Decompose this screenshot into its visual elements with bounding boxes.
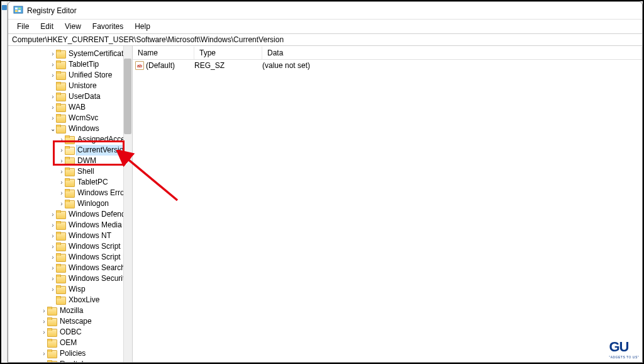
address-bar[interactable]: Computer\HKEY_CURRENT_USER\Software\Micr… <box>8 33 642 46</box>
chevron-right-icon[interactable]: › <box>50 241 56 252</box>
tree-item-label: Windows NT <box>67 230 113 241</box>
chevron-right-icon[interactable]: › <box>50 48 56 59</box>
chevron-right-icon[interactable]: › <box>50 91 56 102</box>
chevron-right-icon[interactable]: › <box>58 156 65 166</box>
tree-item-label: Realtek <box>58 359 87 362</box>
tree-item-realtek[interactable]: ›Realtek <box>8 359 132 362</box>
tree-item-label: DWM <box>76 156 97 166</box>
tree-item-windows[interactable]: ⌄Windows <box>8 123 132 134</box>
chevron-right-icon[interactable]: › <box>50 252 56 263</box>
chevron-right-icon[interactable]: › <box>50 113 56 123</box>
col-header-type[interactable]: Type <box>194 47 262 59</box>
tree-scroll-thumb[interactable] <box>124 59 131 134</box>
cell-type: REG_SZ <box>194 61 262 70</box>
menu-favorites[interactable]: Favorites <box>87 21 128 32</box>
chevron-right-icon[interactable]: › <box>41 359 47 362</box>
tree-item-currentversion[interactable]: ›CurrentVersion <box>8 145 132 156</box>
chevron-right-icon[interactable]: › <box>41 327 47 338</box>
chevron-right-icon[interactable]: › <box>50 230 56 241</box>
tree-item-windows-defend[interactable]: ›Windows Defend <box>8 209 132 220</box>
chevron-right-icon[interactable]: › <box>50 102 56 113</box>
menu-view[interactable]: View <box>60 21 86 32</box>
folder-icon <box>65 178 75 187</box>
tree-item-policies[interactable]: ›Policies <box>8 348 132 359</box>
tree-item-unified-store[interactable]: ›Unified Store <box>8 70 132 81</box>
chevron-right-icon[interactable]: › <box>58 177 65 188</box>
tree-item-windows-nt[interactable]: ›Windows NT <box>8 230 132 241</box>
chevron-right-icon[interactable]: › <box>50 70 56 81</box>
tree-item-tablettip[interactable]: ›TabletTip <box>8 59 132 70</box>
address-path: Computer\HKEY_CURRENT_USER\Software\Micr… <box>12 35 284 44</box>
tree-item-label: Winlogon <box>76 198 110 209</box>
folder-icon <box>56 60 66 69</box>
chevron-right-icon[interactable]: › <box>58 134 65 145</box>
tree-item-windows-security[interactable]: ›Windows Security <box>8 273 132 284</box>
chevron-right-icon[interactable]: › <box>41 348 47 359</box>
folder-icon <box>56 232 66 241</box>
menu-edit[interactable]: Edit <box>35 21 58 32</box>
tree-item-label: XboxLive <box>67 295 101 305</box>
titlebar[interactable]: Registry Editor <box>8 2 642 20</box>
chevron-right-icon[interactable]: › <box>41 305 47 316</box>
tree-item-label: UserData <box>67 91 102 102</box>
menu-help[interactable]: Help <box>130 21 155 32</box>
tree-item-dwm[interactable]: ›DWM <box>8 156 132 166</box>
tree-item-mozilla[interactable]: ›Mozilla <box>8 305 132 316</box>
tree-item-userdata[interactable]: ›UserData <box>8 91 132 102</box>
svg-rect-2 <box>15 8 18 9</box>
tree-item-wab[interactable]: ›WAB <box>8 102 132 113</box>
tree-item-label: Windows Search <box>67 263 126 273</box>
tree-scrollbar[interactable] <box>123 46 132 362</box>
chevron-right-icon[interactable]: › <box>50 59 56 70</box>
tree-item-label: TabletPC <box>76 177 109 188</box>
chevron-right-icon[interactable]: › <box>41 316 47 327</box>
list-row[interactable]: ab(Default)REG_SZ(value not set) <box>133 60 642 71</box>
tree-item-windows-script-h[interactable]: ›Windows Script H <box>8 252 132 263</box>
folder-icon <box>65 168 75 176</box>
tree-item-oem[interactable]: OEM <box>8 338 132 348</box>
tree-item-shell[interactable]: ›Shell <box>8 166 132 177</box>
chevron-right-icon[interactable]: › <box>50 209 56 220</box>
tree-item-label: CurrentVersion <box>76 145 129 156</box>
chevron-right-icon[interactable]: › <box>50 220 56 230</box>
tree-item-windows-media[interactable]: ›Windows Media <box>8 220 132 230</box>
watermark-brand: GU <box>609 339 628 355</box>
chevron-right-icon[interactable]: › <box>58 198 65 209</box>
folder-icon <box>56 103 66 112</box>
tree-item-label: Windows Script H <box>67 252 130 263</box>
list-pane[interactable]: Name Type Data ab(Default)REG_SZ(value n… <box>133 46 642 362</box>
menu-file[interactable]: File <box>12 21 34 32</box>
folder-icon <box>56 264 66 273</box>
folder-icon <box>47 328 57 337</box>
tree-item-wisp[interactable]: ›Wisp <box>8 284 132 295</box>
tree-item-unistore[interactable]: Unistore <box>8 81 132 91</box>
tree-item-wcmsvc[interactable]: ›WcmSvc <box>8 113 132 123</box>
chevron-right-icon[interactable]: › <box>58 188 65 198</box>
folder-icon <box>65 146 75 155</box>
tree-item-windows-error[interactable]: ›Windows Error <box>8 188 132 198</box>
chevron-down-icon[interactable]: ⌄ <box>50 123 56 134</box>
folder-icon <box>47 360 57 363</box>
chevron-right-icon[interactable]: › <box>50 284 56 295</box>
tree-item-label: Windows Error <box>76 188 128 198</box>
cell-data: (value not set) <box>262 61 642 70</box>
tree-item-windows-script[interactable]: ›Windows Script <box>8 241 132 252</box>
tree-item-odbc[interactable]: ›ODBC <box>8 327 132 338</box>
chevron-right-icon[interactable]: › <box>50 273 56 284</box>
tree-item-systemcertificates[interactable]: ›SystemCertificates <box>8 48 132 59</box>
tree-item-xboxlive[interactable]: XboxLive <box>8 295 132 305</box>
tree-item-windows-search[interactable]: ›Windows Search <box>8 263 132 273</box>
tree-item-tabletpc[interactable]: ›TabletPC <box>8 177 132 188</box>
tree-item-winlogon[interactable]: ›Winlogon <box>8 198 132 209</box>
folder-icon <box>47 339 57 348</box>
chevron-right-icon[interactable]: › <box>58 166 65 177</box>
col-header-name[interactable]: Name <box>133 47 194 59</box>
chevron-right-icon[interactable]: › <box>50 263 56 273</box>
tree-item-label: TabletTip <box>67 59 100 70</box>
tree-item-label: ODBC <box>58 327 83 338</box>
tree-pane[interactable]: ›SystemCertificates›TabletTip›Unified St… <box>8 46 133 362</box>
tree-item-assignedacce[interactable]: ›AssignedAcce <box>8 134 132 145</box>
chevron-right-icon[interactable]: › <box>58 145 65 156</box>
col-header-data[interactable]: Data <box>262 47 642 59</box>
tree-item-netscape[interactable]: ›Netscape <box>8 316 132 327</box>
